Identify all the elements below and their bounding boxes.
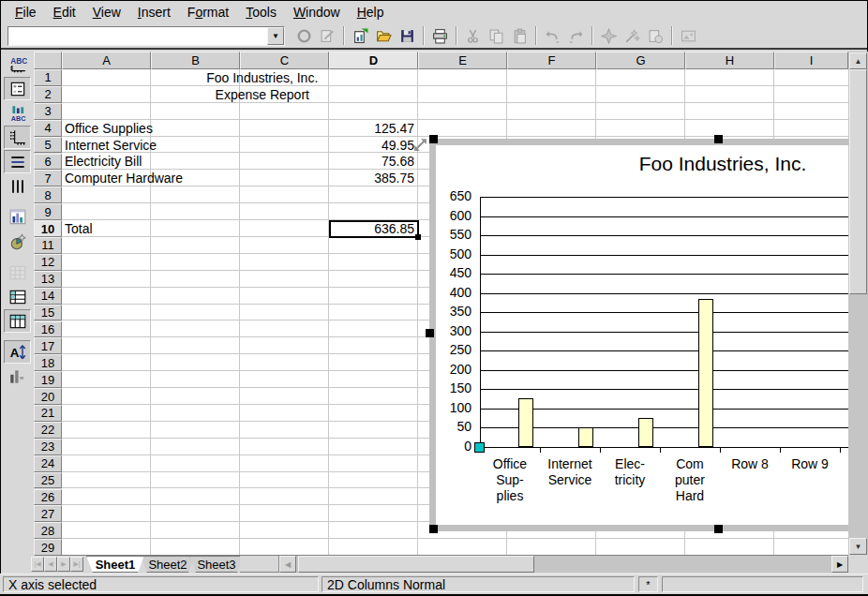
first-sheet-button[interactable]: |◀ <box>31 557 44 572</box>
menu-item-window[interactable]: Window <box>285 3 349 22</box>
axes-title-onoff-button[interactable]: ABC <box>4 101 31 125</box>
row-header-18[interactable]: 18 <box>34 354 62 371</box>
x-axis-category-label[interactable]: Office Sup- plies <box>480 456 540 504</box>
previous-sheet-button[interactable]: ◀ <box>44 557 57 572</box>
cell-d7[interactable]: 385.75 <box>329 170 414 186</box>
row-header-16[interactable]: 16 <box>34 321 62 338</box>
row-header-6[interactable]: 6 <box>34 154 62 171</box>
title-onoff-button[interactable]: ABC <box>4 52 31 76</box>
save-button[interactable] <box>396 24 419 47</box>
x-axis-category-label[interactable]: Row 9 <box>780 456 840 472</box>
row-header-10[interactable]: 10 <box>34 220 62 237</box>
column-header-c[interactable]: C <box>240 52 329 69</box>
chart-bar[interactable] <box>518 398 533 447</box>
row-header-23[interactable]: 23 <box>34 439 62 455</box>
row-header-28[interactable]: 28 <box>34 522 62 539</box>
menu-item-insert[interactable]: Insert <box>129 3 179 22</box>
cell-a10[interactable]: Total <box>65 220 93 237</box>
cell-d5[interactable]: 49.95 <box>329 137 414 154</box>
vertical-scrollbar-thumb[interactable] <box>849 69 867 294</box>
cell-a4[interactable]: Office Supplies <box>65 120 153 137</box>
open-button[interactable] <box>372 24 396 47</box>
menu-item-help[interactable]: Help <box>349 3 393 22</box>
column-header-d[interactable]: D <box>329 52 418 69</box>
cell-b1[interactable]: Foo Industries, Inc. <box>151 69 374 86</box>
menu-item-file[interactable]: File <box>7 3 45 22</box>
sheet-tab-sheet2[interactable]: Sheet2 <box>141 556 195 573</box>
chart-resize-handle-middle-left[interactable] <box>426 329 434 337</box>
cell-a6[interactable]: Electricity Bill <box>65 154 142 171</box>
row-header-26[interactable]: 26 <box>34 489 62 506</box>
menu-item-format[interactable]: Format <box>179 3 237 22</box>
column-header-a[interactable]: A <box>62 52 151 69</box>
scroll-up-button[interactable]: ▲ <box>849 52 867 69</box>
grid-corner[interactable] <box>34 52 62 69</box>
x-axis-selection-handle[interactable] <box>474 442 485 453</box>
row-header-22[interactable]: 22 <box>34 422 62 439</box>
column-header-i[interactable]: I <box>774 52 848 69</box>
sheet-tab-sheet3[interactable]: Sheet3 <box>189 556 244 573</box>
cell-d4[interactable]: 125.47 <box>329 120 414 137</box>
chart-resize-handle-bottom-left[interactable] <box>429 525 438 533</box>
scroll-right-button[interactable]: ▶ <box>831 556 848 573</box>
row-header-12[interactable]: 12 <box>34 254 62 271</box>
url-input[interactable] <box>8 27 267 45</box>
chart-resize-handle-top-center[interactable] <box>714 135 723 143</box>
chart-bar[interactable] <box>578 427 593 447</box>
next-sheet-button[interactable]: ▶ <box>57 557 70 572</box>
data-in-rows-button[interactable] <box>4 285 31 308</box>
row-header-25[interactable]: 25 <box>34 472 62 489</box>
row-header-8[interactable]: 8 <box>34 186 62 203</box>
combobox-dropdown-button[interactable]: ▼ <box>267 27 284 45</box>
last-sheet-button[interactable]: ▶| <box>70 557 83 572</box>
row-header-11[interactable]: 11 <box>34 237 62 254</box>
url-combobox[interactable]: ▼ <box>7 26 285 46</box>
cell-a7[interactable]: Computer Hardware <box>65 170 183 186</box>
menu-item-edit[interactable]: Edit <box>45 3 84 22</box>
row-header-17[interactable]: 17 <box>34 337 62 354</box>
row-header-15[interactable]: 15 <box>34 305 62 321</box>
row-header-14[interactable]: 14 <box>34 288 62 305</box>
row-header-7[interactable]: 7 <box>34 170 62 186</box>
row-header-1[interactable]: 1 <box>34 69 62 86</box>
x-axis-category-label[interactable]: Com puter Hard <box>660 456 720 504</box>
axes-description-onoff-button[interactable] <box>4 126 31 149</box>
column-header-h[interactable]: H <box>685 52 774 69</box>
menu-item-view[interactable]: View <box>84 3 129 22</box>
cell-d6[interactable]: 75.68 <box>329 154 414 171</box>
chart-resize-handle-bottom-center[interactable] <box>714 525 723 533</box>
row-header-20[interactable]: 20 <box>34 388 62 405</box>
row-header-24[interactable]: 24 <box>34 455 62 472</box>
row-header-27[interactable]: 27 <box>34 505 62 522</box>
row-header-5[interactable]: 5 <box>34 137 62 154</box>
row-header-3[interactable]: 3 <box>34 103 62 120</box>
autoformat-button[interactable] <box>4 230 31 253</box>
selection-fill-handle[interactable] <box>415 234 421 240</box>
column-header-e[interactable]: E <box>418 52 507 69</box>
vertical-grid-onoff-button[interactable] <box>4 174 31 198</box>
horizontal-grid-onoff-button[interactable] <box>4 150 31 173</box>
x-axis-category-label[interactable]: Internet Service <box>540 456 600 488</box>
data-in-columns-button[interactable] <box>4 309 31 333</box>
sheet-tab-sheet1[interactable]: Sheet1 <box>86 556 144 573</box>
x-axis-category-label[interactable]: Row 8 <box>720 456 780 472</box>
legend-onoff-button[interactable] <box>4 77 31 100</box>
scale-text-button[interactable]: A <box>4 340 31 364</box>
column-header-g[interactable]: G <box>596 52 685 69</box>
row-header-2[interactable]: 2 <box>34 86 62 103</box>
reorganize-chart-button[interactable] <box>4 365 31 388</box>
row-header-21[interactable]: 21 <box>34 405 62 422</box>
horizontal-scrollbar-thumb[interactable] <box>298 556 534 573</box>
chart-bar[interactable] <box>638 418 653 447</box>
cell-a5[interactable]: Internet Service <box>65 137 157 154</box>
chart-bar[interactable] <box>698 299 713 447</box>
chart-object[interactable]: Foo Industries, Inc.05010015020025030035… <box>429 139 848 531</box>
chart-title[interactable]: Foo Industries, Inc. <box>436 153 848 175</box>
y-axis-line[interactable] <box>480 197 481 447</box>
scroll-down-button[interactable]: ▼ <box>849 538 867 555</box>
scroll-left-button[interactable]: ◀ <box>279 556 296 573</box>
row-header-4[interactable]: 4 <box>34 120 62 137</box>
chart-type-button[interactable] <box>4 205 31 229</box>
row-header-29[interactable]: 29 <box>34 539 62 556</box>
print-button[interactable] <box>428 24 452 47</box>
